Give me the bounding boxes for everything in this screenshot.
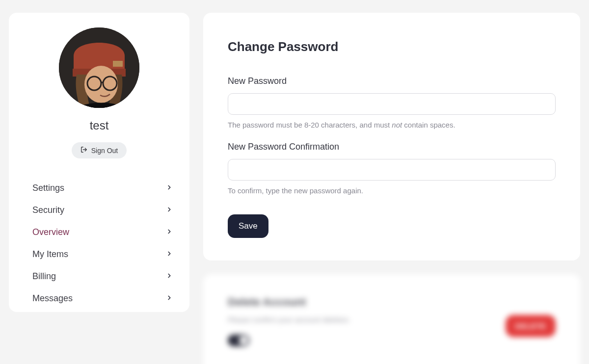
sidebar-item-security[interactable]: Security — [9, 199, 189, 221]
main-content: Change Password New Password The passwor… — [203, 13, 580, 364]
confirm-password-label: New Password Confirmation — [228, 142, 556, 152]
delete-account-title: Delete Account — [228, 296, 350, 309]
help-text: contain spaces. — [402, 121, 455, 129]
sidebar-item-my-items[interactable]: My Items — [9, 243, 189, 265]
delete-account-card: Delete Account Please confirm your accou… — [203, 274, 580, 364]
sign-out-button[interactable]: Sign Out — [72, 142, 127, 158]
sign-out-label: Sign Out — [91, 147, 118, 155]
new-password-help: The password must be 8-20 characters, an… — [228, 121, 556, 129]
save-button[interactable]: Save — [228, 214, 268, 238]
sidebar-item-overview[interactable]: Overview — [9, 221, 189, 243]
chevron-right-icon — [166, 271, 173, 282]
sign-out-icon — [80, 146, 87, 155]
avatar — [59, 27, 139, 108]
chevron-right-icon — [166, 183, 173, 193]
new-password-label: New Password — [228, 76, 556, 86]
chevron-right-icon — [166, 205, 173, 215]
confirm-delete-toggle[interactable] — [228, 335, 249, 346]
sidebar-item-label: Billing — [32, 271, 56, 282]
sidebar-item-label: Security — [32, 205, 64, 215]
sidebar-item-label: Settings — [32, 183, 64, 193]
sidebar-nav: Settings Security Overview My Items — [9, 177, 189, 310]
card-title: Change Password — [228, 39, 556, 54]
confirm-password-input[interactable] — [228, 159, 556, 181]
sidebar-item-label: Overview — [32, 227, 69, 237]
help-text: The password must be 8-20 characters, an… — [228, 121, 392, 129]
sidebar-item-settings[interactable]: Settings — [9, 177, 189, 199]
chevron-right-icon — [166, 249, 173, 260]
delete-account-subtitle: Please confirm your account deletion. — [228, 315, 350, 324]
confirm-password-help: To confirm, type the new password again. — [228, 186, 556, 195]
svg-rect-1 — [113, 61, 123, 67]
change-password-card: Change Password New Password The passwor… — [203, 13, 580, 260]
username: test — [90, 119, 109, 132]
chevron-right-icon — [166, 227, 173, 237]
sidebar-item-messages[interactable]: Messages — [9, 287, 189, 310]
sidebar-item-label: My Items — [32, 249, 68, 260]
delete-button[interactable]: DELETE — [506, 315, 556, 337]
sidebar-item-label: Messages — [32, 293, 73, 304]
chevron-right-icon — [166, 293, 173, 304]
sidebar: test Sign Out Settings — [9, 13, 189, 312]
sidebar-item-billing[interactable]: Billing — [9, 265, 189, 287]
new-password-input[interactable] — [228, 93, 556, 115]
help-text-em: not — [392, 121, 402, 129]
